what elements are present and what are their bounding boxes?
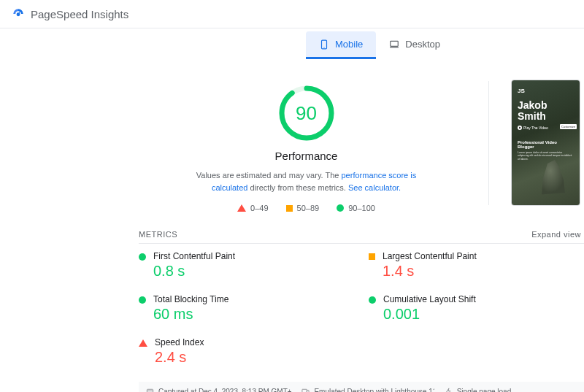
environment-footer: Captured at Dec 4, 2023, 8:13 PM GMT+13 … <box>139 382 584 392</box>
performance-gauge: 90 <box>277 84 336 142</box>
tab-desktop-label: Desktop <box>405 39 440 50</box>
metric-value: 2.4 s <box>155 349 204 366</box>
svg-point-3 <box>323 47 324 47</box>
square-orange-icon <box>369 253 375 260</box>
pagespeed-logo-icon <box>12 7 25 20</box>
metric-name: Speed Index <box>155 337 204 347</box>
circle-green-icon <box>139 296 146 304</box>
score-column: 90 Performance Values are estimated and … <box>139 74 474 212</box>
circle-green-icon <box>337 204 344 212</box>
legend-orange: 50–89 <box>286 204 320 212</box>
circle-green-icon <box>139 253 146 261</box>
footer-emulated: Emulated Desktop with Lighthouse 11.0.0 <box>301 388 434 392</box>
svg-rect-4 <box>391 41 399 46</box>
footer-text: Emulated Desktop with Lighthouse 11.0.0 <box>314 388 434 392</box>
metrics-section: METRICS Expand view First Contentful Pai… <box>0 226 584 373</box>
metric-value: 1.4 s <box>383 263 477 280</box>
metric-name: Total Blocking Time <box>153 294 228 304</box>
score-legend: 0–49 50–89 90–100 <box>139 204 474 212</box>
score-value: 90 <box>296 102 317 125</box>
tab-mobile-label: Mobile <box>335 39 363 50</box>
calendar-icon <box>146 388 154 392</box>
mobile-icon <box>319 39 329 50</box>
performance-description: Values are estimated and may vary. The p… <box>182 169 431 193</box>
legend-green-label: 90–100 <box>348 204 375 212</box>
triangle-red-icon <box>139 339 147 347</box>
metrics-header: METRICS Expand view <box>139 226 584 244</box>
tab-desktop[interactable]: Desktop <box>376 31 453 59</box>
desc-text: Values are estimated and may vary. The <box>196 171 342 180</box>
metric-name: Cumulative Layout Shift <box>383 294 476 304</box>
page-screenshot-thumbnail: JS JakobSmith Play The Video Customize P… <box>511 80 580 206</box>
preview-logo: JS <box>518 88 574 94</box>
desktop-icon <box>389 39 399 50</box>
vertical-divider <box>488 81 489 205</box>
summary-row: 90 Performance Values are estimated and … <box>0 59 584 212</box>
metric-lcp: Largest Contentful Paint 1.4 s <box>369 244 584 287</box>
legend-red: 0–49 <box>237 204 268 212</box>
legend-orange-label: 50–89 <box>297 204 320 212</box>
preview-badge: Customize <box>560 124 577 129</box>
metric-name: First Contentful Paint <box>153 251 235 261</box>
devices-icon <box>301 388 310 392</box>
device-tabs: Mobile Desktop <box>175 28 584 59</box>
performance-label: Performance <box>139 150 474 162</box>
metric-value: 0.001 <box>383 306 476 323</box>
preview-name: JakobSmith <box>518 100 574 123</box>
metric-si: Speed Index 2.4 s <box>139 330 354 373</box>
expand-view-link[interactable]: Expand view <box>531 230 581 239</box>
see-calculator-link[interactable]: See calculator. <box>348 183 401 192</box>
metric-value: 0.8 s <box>153 263 235 280</box>
metrics-grid: First Contentful Paint 0.8 s Largest Con… <box>139 244 584 373</box>
tab-mobile[interactable]: Mobile <box>306 31 376 59</box>
bolt-icon <box>445 388 453 392</box>
legend-green: 90–100 <box>337 204 375 212</box>
preview-tag: Professional Video Blogger <box>518 140 574 149</box>
preview-figure <box>539 160 568 196</box>
metric-value: 60 ms <box>153 306 228 323</box>
preview-lorem: Lorem ipsum dolor sit amet consectetur a… <box>518 151 574 161</box>
metric-name: Largest Contentful Paint <box>383 251 477 261</box>
metric-tbt: Total Blocking Time 60 ms <box>139 287 354 330</box>
legend-red-label: 0–49 <box>250 204 268 212</box>
footer-text: Captured at Dec 4, 2023, 8:13 PM GMT+13 <box>158 388 291 392</box>
svg-rect-10 <box>302 389 307 392</box>
footer-single: Single page load <box>445 388 577 392</box>
footer-captured: Captured at Dec 4, 2023, 8:13 PM GMT+13 <box>146 388 291 392</box>
metric-fcp: First Contentful Paint 0.8 s <box>139 244 354 287</box>
metric-cls: Cumulative Layout Shift 0.001 <box>369 287 584 330</box>
svg-point-0 <box>17 12 20 16</box>
triangle-red-icon <box>237 204 246 212</box>
desc-text: directly from these metrics. <box>247 183 348 192</box>
metrics-title: METRICS <box>139 230 177 239</box>
screenshot-column: JS JakobSmith Play The Video Customize P… <box>504 74 584 212</box>
app-header: PageSpeed Insights <box>0 0 584 28</box>
footer-text: Single page load <box>457 388 512 392</box>
square-orange-icon <box>286 205 293 212</box>
circle-green-icon <box>369 296 376 304</box>
app-title: PageSpeed Insights <box>31 8 128 20</box>
